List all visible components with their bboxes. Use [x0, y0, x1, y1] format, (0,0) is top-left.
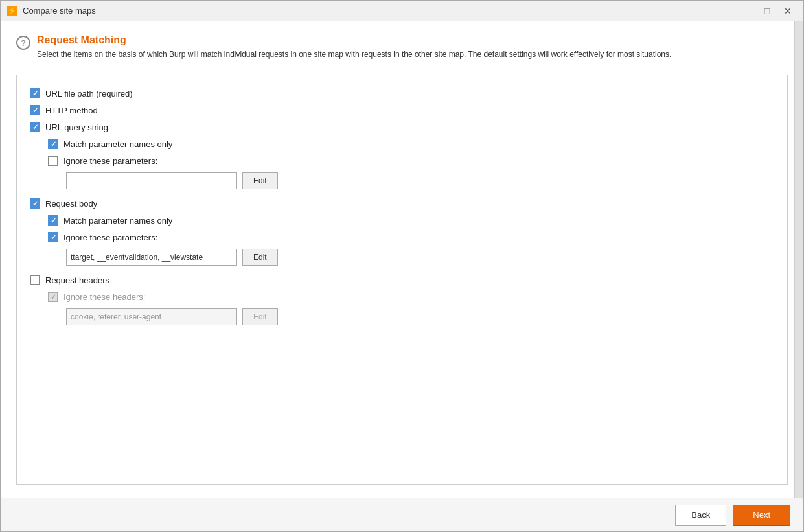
section-title: Request Matching [37, 34, 671, 46]
request-headers-row: Request headers [30, 275, 774, 285]
next-button[interactable]: Next [733, 505, 790, 526]
url-ignore-params-edit-button[interactable]: Edit [242, 172, 278, 189]
body-ignore-params-checkbox[interactable] [48, 232, 58, 242]
options-panel: URL file path (required) HTTP method URL… [16, 75, 788, 485]
ignore-headers-input-row: Edit [66, 308, 774, 325]
url-query-string-checkbox[interactable] [30, 122, 40, 132]
ignore-headers-row: Ignore these headers: [48, 292, 774, 302]
url-file-path-row: URL file path (required) [30, 88, 774, 98]
footer: Back Next [1, 498, 803, 531]
back-button[interactable]: Back [675, 505, 726, 526]
url-query-string-row: URL query string [30, 122, 774, 132]
http-method-label: HTTP method [45, 106, 98, 115]
url-file-path-label: URL file path (required) [45, 89, 133, 98]
http-method-checkbox[interactable] [30, 105, 40, 115]
url-match-param-names-checkbox[interactable] [48, 139, 58, 149]
body-ignore-params-edit-button[interactable]: Edit [242, 249, 278, 266]
header-text: Request Matching Select the items on the… [37, 34, 671, 60]
window-title: Compare site maps [23, 6, 96, 16]
title-bar-left: ⚡ Compare site maps [7, 6, 96, 16]
section-header: ? Request Matching Select the items on t… [16, 34, 788, 60]
help-icon: ? [16, 36, 30, 50]
main-window: ⚡ Compare site maps — □ ✕ ? Request Matc… [0, 0, 804, 532]
url-ignore-params-row: Ignore these parameters: [48, 156, 774, 166]
url-ignore-params-input[interactable] [66, 172, 237, 189]
ignore-headers-checkbox[interactable] [48, 292, 58, 302]
maximize-button[interactable]: □ [758, 4, 776, 18]
body-match-param-names-row: Match parameter names only [48, 215, 774, 226]
request-body-label: Request body [45, 199, 97, 209]
request-body-row: Request body [30, 198, 774, 209]
app-icon: ⚡ [7, 6, 17, 16]
url-match-param-names-row: Match parameter names only [48, 139, 774, 149]
ignore-headers-input[interactable] [66, 308, 237, 325]
right-sidebar [794, 21, 803, 498]
request-body-checkbox[interactable] [30, 198, 40, 209]
ignore-headers-edit-button: Edit [242, 308, 278, 325]
ignore-headers-label: Ignore these headers: [63, 292, 145, 302]
url-query-string-label: URL query string [45, 122, 108, 132]
body-match-param-names-checkbox[interactable] [48, 215, 58, 226]
url-file-path-checkbox[interactable] [30, 88, 40, 98]
section-description: Select the items on the basis of which B… [37, 49, 671, 60]
url-match-param-names-label: Match parameter names only [63, 139, 172, 149]
body-ignore-params-input-row: Edit [66, 249, 774, 266]
request-headers-checkbox[interactable] [30, 275, 40, 285]
body-ignore-params-input[interactable] [66, 249, 237, 266]
minimize-button[interactable]: — [737, 4, 755, 18]
url-ignore-params-input-row: Edit [66, 172, 774, 189]
body-match-param-names-label: Match parameter names only [63, 216, 172, 226]
body-ignore-params-label: Ignore these parameters: [63, 233, 157, 242]
request-headers-label: Request headers [45, 275, 109, 285]
close-button[interactable]: ✕ [779, 4, 797, 18]
title-bar: ⚡ Compare site maps — □ ✕ [1, 1, 803, 21]
body-ignore-params-row: Ignore these parameters: [48, 232, 774, 242]
url-ignore-params-label: Ignore these parameters: [63, 156, 157, 166]
http-method-row: HTTP method [30, 105, 774, 115]
content-area: ? Request Matching Select the items on t… [1, 21, 803, 498]
title-bar-controls: — □ ✕ [737, 4, 797, 18]
url-ignore-params-checkbox[interactable] [48, 156, 58, 166]
